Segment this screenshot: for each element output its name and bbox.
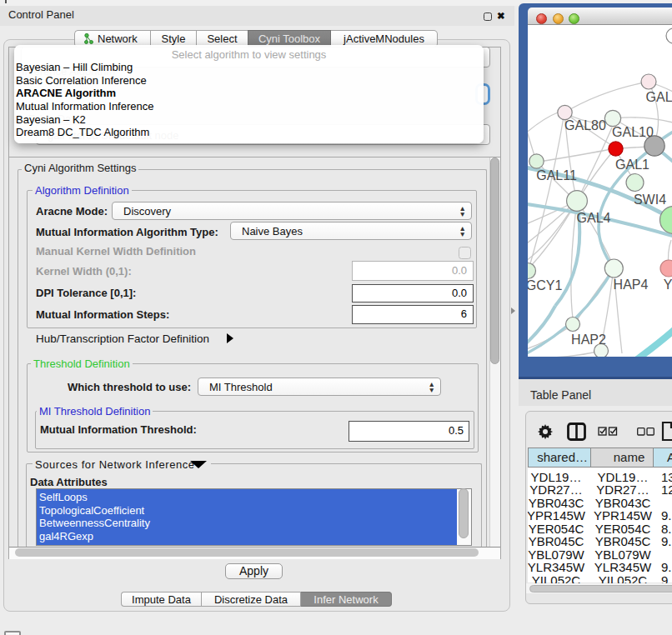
svg-text:GAL10: GAL10: [612, 125, 654, 139]
svg-text:GAL80: GAL80: [564, 118, 606, 132]
svg-text:GAL2: GAL2: [646, 90, 672, 104]
svg-text:SWI4: SWI4: [634, 192, 666, 207]
svg-text:GAL1: GAL1: [615, 158, 649, 172]
svg-text:HAP4: HAP4: [614, 278, 649, 292]
svg-text:HAP2: HAP2: [571, 332, 606, 347]
svg-text:Y: Y: [664, 278, 672, 292]
svg-text:GCY1: GCY1: [528, 278, 562, 292]
svg-text:GAL4: GAL4: [577, 211, 611, 225]
svg-text:GAL11: GAL11: [536, 168, 577, 182]
